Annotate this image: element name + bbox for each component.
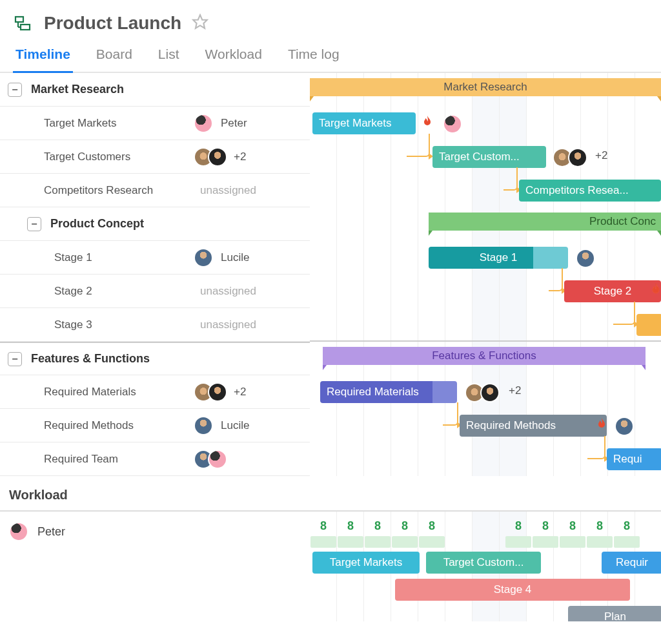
workload-hours: 8 xyxy=(624,519,630,533)
task-required-methods[interactable]: Required Methods Lucile xyxy=(0,409,310,442)
avatar[interactable] xyxy=(615,417,634,436)
gantt-bar-required-team[interactable]: Requi xyxy=(607,448,661,470)
group-market-research[interactable]: − Market Research xyxy=(0,73,310,107)
tab-time-log[interactable]: Time log xyxy=(285,47,342,73)
fire-icon xyxy=(594,417,609,432)
assignee-unassigned: unassigned xyxy=(200,318,256,331)
workload-hours: 8 xyxy=(402,519,408,533)
project-icon xyxy=(13,13,34,34)
svg-marker-4 xyxy=(193,15,207,28)
avatar[interactable] xyxy=(568,148,587,167)
project-title: Product Launch xyxy=(44,13,181,34)
tab-timeline[interactable]: Timeline xyxy=(13,47,73,73)
workload-hours: 8 xyxy=(320,519,327,533)
task-name: Stage 3 xyxy=(0,318,194,331)
task-name: Competitors Research xyxy=(0,184,194,197)
gantt-bar-target-markets[interactable]: Target Markets xyxy=(312,112,416,134)
workload-hours: 8 xyxy=(429,519,435,533)
workload-hours: 8 xyxy=(347,519,354,533)
workload-bar-target-customers[interactable]: Target Custom... xyxy=(426,552,541,574)
gantt-group-bar-product-concept[interactable]: Product Conc xyxy=(429,213,661,231)
workload-hours: 8 xyxy=(515,519,522,533)
gantt-bar-required-methods[interactable]: Required Methods xyxy=(460,415,607,437)
avatar[interactable] xyxy=(208,147,227,167)
collapse-icon[interactable]: − xyxy=(8,83,22,97)
assignee-more-count[interactable]: +2 xyxy=(595,149,607,162)
gantt-bar-stage-2[interactable]: Stage 2 xyxy=(564,280,661,302)
gantt-bar-stage-3[interactable] xyxy=(636,314,661,336)
workload-hours: 8 xyxy=(374,519,381,533)
gantt-bar-competitors-research[interactable]: Competitors Resea... xyxy=(519,180,661,202)
assignee-unassigned: unassigned xyxy=(200,285,256,298)
workload-bar-plan[interactable]: Plan xyxy=(568,606,661,621)
workload-hours: 8 xyxy=(569,519,576,533)
avatar[interactable] xyxy=(194,114,213,133)
assignee-name: Lucile xyxy=(221,251,249,264)
group-label: Product Concept xyxy=(50,217,144,231)
assignee-more-count[interactable]: +2 xyxy=(234,151,246,163)
workload-heading: Workload xyxy=(0,476,661,511)
favorite-star-icon[interactable] xyxy=(192,14,208,33)
gantt-panel[interactable]: Market Research Target Markets Target Cu… xyxy=(310,73,661,476)
assignee-more-count[interactable]: +2 xyxy=(509,384,521,397)
task-required-team[interactable]: Required Team xyxy=(0,442,310,476)
assignee-unassigned: unassigned xyxy=(200,184,256,197)
avatar[interactable] xyxy=(443,114,462,134)
group-label: Market Research xyxy=(31,83,124,96)
group-label: Features & Functions xyxy=(31,352,150,366)
avatar[interactable] xyxy=(9,522,28,541)
fire-icon xyxy=(420,114,435,130)
assignee-name: Lucile xyxy=(221,419,249,432)
avatar[interactable] xyxy=(194,416,213,435)
task-competitors-research[interactable]: Competitors Research unassigned xyxy=(0,174,310,207)
gantt-group-bar-features-functions[interactable]: Features & Functions xyxy=(323,347,646,365)
tab-workload[interactable]: Workload xyxy=(203,47,265,73)
avatar[interactable] xyxy=(576,249,595,268)
task-target-markets[interactable]: Target Markets Peter xyxy=(0,107,310,140)
avatar[interactable] xyxy=(208,450,227,469)
task-name: Required Materials xyxy=(0,386,194,399)
group-product-concept[interactable]: − Product Concept xyxy=(0,207,310,241)
svg-rect-0 xyxy=(15,17,23,22)
tab-board[interactable]: Board xyxy=(94,47,135,73)
view-tabs: Timeline Board List Workload Time log xyxy=(0,34,661,73)
gantt-bar-target-customers[interactable]: Target Custom... xyxy=(432,146,546,168)
task-name: Stage 1 xyxy=(0,251,194,264)
task-name: Stage 2 xyxy=(0,285,194,298)
tab-list[interactable]: List xyxy=(156,47,182,73)
gantt-bar-stage-1[interactable]: Stage 1 xyxy=(429,247,568,269)
avatar[interactable] xyxy=(480,383,500,402)
task-stage-2[interactable]: Stage 2 unassigned xyxy=(0,275,310,308)
svg-rect-1 xyxy=(21,25,30,30)
fire-icon xyxy=(648,282,661,298)
gantt-group-bar-market-research[interactable]: Market Research xyxy=(310,78,661,96)
task-name: Required Methods xyxy=(0,419,194,432)
collapse-icon[interactable]: − xyxy=(27,217,41,231)
collapse-icon[interactable]: − xyxy=(8,352,22,366)
assignee-name: Peter xyxy=(221,117,247,130)
task-required-materials[interactable]: Required Materials +2 xyxy=(0,375,310,409)
avatar[interactable] xyxy=(208,382,227,402)
task-name: Target Markets xyxy=(0,117,194,130)
assignee-more-count[interactable]: +2 xyxy=(234,386,246,399)
gantt-bar-required-materials[interactable]: Required Materials xyxy=(320,381,457,403)
task-stage-3[interactable]: Stage 3 unassigned xyxy=(0,308,310,342)
task-name: Target Customers xyxy=(0,151,194,163)
workload-bar-required[interactable]: Requir xyxy=(602,552,661,574)
workload-hours: 8 xyxy=(542,519,549,533)
workload-person-name: Peter xyxy=(37,525,65,539)
workload-bar-target-markets[interactable]: Target Markets xyxy=(312,552,420,574)
task-target-customers[interactable]: Target Customers +2 xyxy=(0,140,310,174)
workload-hours: 8 xyxy=(596,519,603,533)
task-stage-1[interactable]: Stage 1 Lucile xyxy=(0,241,310,275)
workload-bar-stage-4[interactable]: Stage 4 xyxy=(395,579,630,601)
group-features-functions[interactable]: − Features & Functions xyxy=(0,342,310,375)
task-name: Required Team xyxy=(0,453,194,466)
avatar[interactable] xyxy=(194,248,213,267)
workload-person-row[interactable]: Peter xyxy=(0,512,310,541)
task-list-panel: − Market Research Target Markets Peter T… xyxy=(0,73,310,476)
